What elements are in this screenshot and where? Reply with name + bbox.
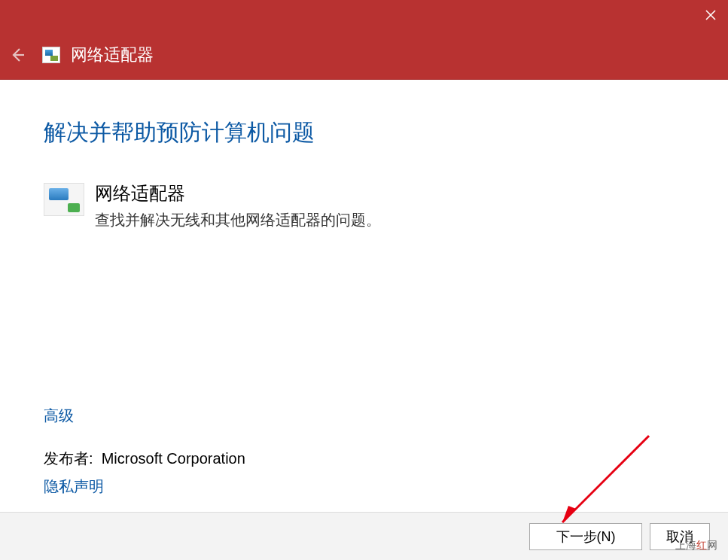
close-icon — [705, 10, 716, 20]
content-area: 解决并帮助预防计算机问题 网络适配器 查找并解决无线和其他网络适配器的问题。 高… — [0, 80, 728, 512]
back-button[interactable] — [6, 44, 29, 66]
window-title: 网络适配器 — [71, 44, 154, 66]
publisher-line: 发布者: Microsoft Corporation — [44, 449, 245, 469]
troubleshooter-description: 查找并解决无线和其他网络适配器的问题。 — [95, 210, 381, 230]
publisher-name: Microsoft Corporation — [102, 450, 245, 467]
network-adapter-header-icon — [42, 47, 60, 63]
network-adapter-icon — [44, 183, 84, 216]
troubleshooter-title: 网络适配器 — [95, 181, 381, 205]
troubleshooter-item: 网络适配器 查找并解决无线和其他网络适配器的问题。 — [44, 181, 684, 230]
close-button[interactable] — [693, 0, 728, 30]
watermark: 上海红网 — [675, 539, 717, 552]
arrow-left-icon — [9, 47, 26, 63]
header-bar: 网络适配器 — [0, 30, 728, 80]
privacy-link[interactable]: 隐私声明 — [44, 478, 104, 495]
next-button[interactable]: 下一步(N) — [529, 523, 642, 550]
advanced-link[interactable]: 高级 — [44, 406, 74, 426]
publisher-label: 发布者: — [44, 450, 93, 467]
page-heading: 解决并帮助预防计算机问题 — [44, 117, 684, 148]
title-bar — [0, 0, 728, 30]
footer-bar: 下一步(N) 取消 — [0, 512, 728, 560]
